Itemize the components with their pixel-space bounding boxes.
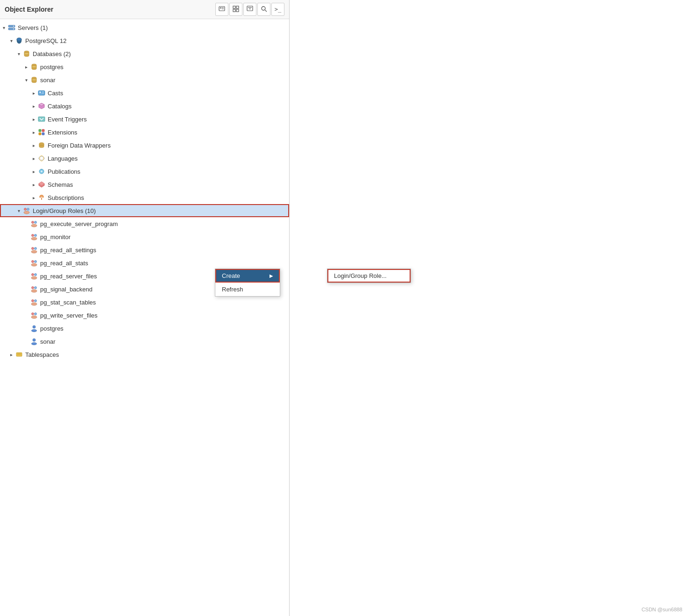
tree-container: Servers (1) PostgreSQL 12 Databases (2) <box>0 19 289 616</box>
tree-item-languages[interactable]: Languages <box>0 152 289 165</box>
svg-point-53 <box>32 234 34 237</box>
submenu-login-group-role[interactable]: Login/Group Role... <box>327 269 411 283</box>
foreign-data-label: Foreign Data Wrappers <box>48 142 111 149</box>
databases-icon <box>22 50 31 58</box>
expander-extensions[interactable] <box>30 128 37 136</box>
expander-sonar-role <box>22 338 30 345</box>
svg-point-63 <box>35 274 37 276</box>
tree-item-catalogs[interactable]: Catalogs <box>0 99 289 113</box>
expander-tablespaces[interactable] <box>7 351 15 358</box>
pg-stat-scan-tables-icon <box>30 298 38 306</box>
expander-postgresql[interactable] <box>7 37 15 44</box>
tree-item-pg-monitor[interactable]: pg_monitor <box>0 230 289 243</box>
svg-point-16 <box>13 28 14 29</box>
tree-item-postgresql[interactable]: PostgreSQL 12 <box>0 34 289 47</box>
svg-point-48 <box>27 208 29 211</box>
tree-item-schemas[interactable]: Schemas <box>0 178 289 191</box>
expander-postgres-db[interactable] <box>22 63 30 71</box>
pg-write-server-files-label: pg_write_server_files <box>40 312 98 319</box>
tablespaces-label: Tablespaces <box>25 351 59 358</box>
tree-item-sonar-role[interactable]: sonar <box>0 335 289 348</box>
expander-foreign-data[interactable] <box>30 142 37 149</box>
tree-item-postgres-db[interactable]: postgres <box>0 60 289 73</box>
tree-item-tablespaces[interactable]: Tablespaces <box>0 348 289 361</box>
expander-languages[interactable] <box>30 155 37 162</box>
expander-pg-monitor <box>22 233 30 241</box>
schemas-label: Schemas <box>48 181 73 188</box>
svg-rect-6 <box>233 9 235 12</box>
tree-item-login-group-roles[interactable]: Login/Group Roles (10) <box>0 204 289 217</box>
expander-casts[interactable] <box>30 89 37 97</box>
sonar-role-label: sonar <box>40 338 56 345</box>
tree-item-pg-execute[interactable]: pg_execute_server_program <box>0 217 289 230</box>
login-group-roles-label: Login/Group Roles (10) <box>33 207 96 214</box>
svg-rect-35 <box>39 133 41 135</box>
tree-item-sonar-db[interactable]: sonar <box>0 73 289 86</box>
expander-login-group-roles[interactable] <box>15 207 22 214</box>
svg-rect-33 <box>39 129 41 132</box>
filter-button[interactable] <box>243 3 256 16</box>
svg-point-22 <box>32 66 36 68</box>
tree-item-servers[interactable]: Servers (1) <box>0 21 289 34</box>
context-menu-refresh[interactable]: Refresh <box>215 283 280 296</box>
search-button[interactable] <box>257 3 270 16</box>
tree-item-pg-stat-scan-tables[interactable]: pg_stat_scan_tables <box>0 296 289 309</box>
svg-point-54 <box>35 234 37 237</box>
context-menu-create[interactable]: Create ▶ <box>215 269 280 283</box>
svg-point-72 <box>35 313 37 315</box>
grid-button[interactable] <box>229 3 242 16</box>
sonar-role-icon <box>30 337 38 346</box>
sonar-db-icon <box>30 76 38 84</box>
tree-item-publications[interactable]: Publications <box>0 165 289 178</box>
svg-rect-3 <box>222 8 224 9</box>
svg-point-51 <box>35 221 37 224</box>
expander-pg-read-all-settings <box>22 246 30 254</box>
pg-execute-label: pg_execute_server_program <box>40 220 118 227</box>
tree-item-casts[interactable]: Casts <box>0 86 289 99</box>
server-icon <box>7 23 16 32</box>
expander-databases[interactable] <box>15 50 22 57</box>
tree-item-pg-read-all-settings[interactable]: pg_read_all_settings <box>0 243 289 256</box>
svg-point-18 <box>17 38 21 41</box>
tree-item-pg-read-all-stats[interactable]: pg_read_all_stats <box>0 256 289 269</box>
expander-event-triggers[interactable] <box>30 115 37 123</box>
svg-rect-79 <box>17 354 21 354</box>
svg-rect-7 <box>236 9 239 12</box>
pg-read-server-files-label: pg_read_server_files <box>40 273 97 280</box>
tree-item-extensions[interactable]: Extensions <box>0 126 289 139</box>
svg-rect-5 <box>236 6 239 8</box>
tree-item-databases[interactable]: Databases (2) <box>0 47 289 60</box>
postgresql-icon <box>15 36 23 45</box>
svg-rect-26 <box>39 92 41 93</box>
expander-sonar-db[interactable] <box>22 76 30 84</box>
svg-point-66 <box>35 287 37 289</box>
svg-rect-4 <box>233 6 235 8</box>
expander-subscriptions[interactable] <box>30 194 37 201</box>
svg-rect-36 <box>42 133 44 135</box>
svg-point-70 <box>31 303 37 305</box>
svg-point-77 <box>32 343 37 345</box>
connect-button[interactable] <box>215 3 228 16</box>
svg-rect-28 <box>42 93 44 93</box>
tree-item-subscriptions[interactable]: Subscriptions <box>0 191 289 204</box>
svg-point-62 <box>32 274 34 276</box>
refresh-label: Refresh <box>222 286 243 293</box>
expander-pg-execute <box>22 220 30 227</box>
expander-publications[interactable] <box>30 168 37 175</box>
expander-schemas[interactable] <box>30 181 37 188</box>
expander-postgres-role <box>22 325 30 332</box>
tree-item-event-triggers[interactable]: Event Triggers <box>0 113 289 126</box>
tree-item-foreign-data[interactable]: Foreign Data Wrappers <box>0 139 289 152</box>
connect-icon <box>219 6 225 14</box>
tree-item-pg-write-server-files[interactable]: pg_write_server_files <box>0 309 289 322</box>
tree-item-postgres-role[interactable]: postgres <box>0 322 289 335</box>
terminal-button[interactable]: >_ <box>271 3 284 16</box>
svg-point-55 <box>31 237 37 240</box>
expander-catalogs[interactable] <box>30 102 37 110</box>
svg-point-49 <box>24 211 29 214</box>
svg-point-75 <box>32 330 37 332</box>
expander-servers[interactable] <box>0 24 7 31</box>
databases-label: Databases (2) <box>33 50 71 57</box>
svg-rect-32 <box>38 117 45 121</box>
object-explorer-title: Object Explorer <box>5 6 53 13</box>
